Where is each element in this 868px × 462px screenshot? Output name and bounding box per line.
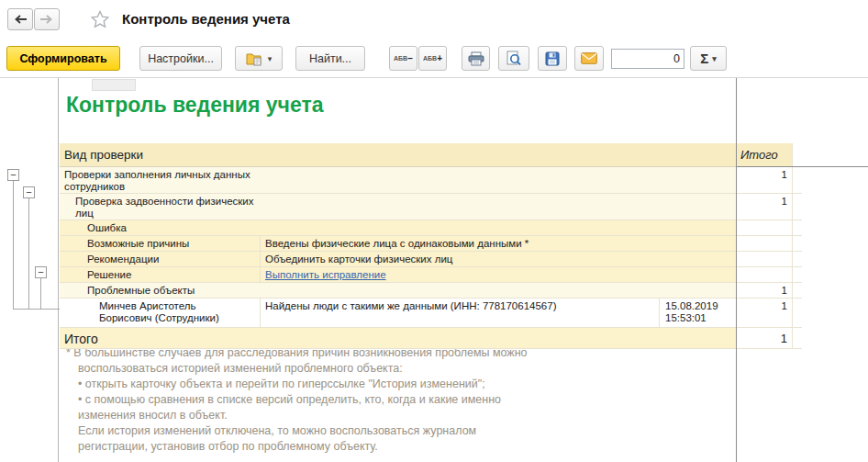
row-label: Решение (60, 267, 260, 283)
report-table-body: Проверки заполнения личных данных сотруд… (60, 167, 802, 328)
page-magnifier-icon (506, 51, 522, 66)
total-ext-cell (793, 328, 802, 349)
row-total: 1 (736, 283, 793, 299)
row-value: Найдены люди с такими же данными (ИНН: 7… (260, 299, 659, 328)
row-label: Проверка задвоенности физических лиц (60, 194, 260, 220)
grouping-margin-separator (58, 78, 59, 462)
back-button[interactable] (7, 8, 33, 30)
favorite-button[interactable] (90, 9, 110, 29)
row-total (736, 236, 793, 252)
footnote-line: регистрации, установив отбор по проблемн… (66, 439, 617, 455)
row-date (659, 167, 736, 194)
row-value (260, 283, 659, 299)
grand-total-row: Итого 1 (60, 328, 802, 349)
counter-input[interactable] (611, 49, 684, 69)
mail-button[interactable] (574, 46, 604, 71)
row-ext-cell (793, 299, 802, 328)
row-label: Проверки заполнения личных данных сотруд… (60, 167, 260, 194)
table-row: Проверка задвоенности физических лиц 1 (60, 194, 802, 220)
row-value: Введены физические лица с одинаковыми да… (260, 236, 659, 252)
row-value (260, 220, 659, 236)
settings-button[interactable]: Настройки... (139, 46, 222, 71)
row-label: Минчев Аристотель Борисович (Сотрудники) (60, 299, 260, 328)
footnote-line: воспользоваться историей изменений пробл… (66, 361, 617, 377)
tree-line (13, 309, 60, 310)
row-value: Выполнить исправление (260, 267, 659, 283)
tree-collapse-button-level1[interactable]: − (7, 169, 19, 181)
row-date (659, 194, 736, 220)
expand-groups-button[interactable]: АБВ+ (418, 46, 447, 71)
tree-line (40, 278, 41, 309)
print-preview-button[interactable] (498, 46, 529, 71)
grand-total-value: 1 (736, 328, 793, 349)
chevron-down-icon: ▾ (712, 54, 717, 63)
footnote-line: • с помощью сравнения в списке версий оп… (66, 392, 617, 408)
printer-icon (468, 51, 484, 66)
footnote-line: • открыть карточку объекта и перейти по … (66, 377, 617, 392)
tree-collapse-button-level3[interactable]: − (35, 266, 47, 278)
row-label: Проблемные объекты (60, 283, 260, 299)
find-button[interactable]: Найти... (295, 46, 365, 71)
row-total (736, 267, 793, 283)
report-variants-button[interactable]: ▾ (235, 46, 283, 71)
footnote-line: изменения вносил в объект. (66, 408, 617, 423)
floppy-disk-icon (545, 51, 560, 66)
column-header-kind: Вид проверки (60, 143, 736, 167)
table-row: Решение Выполнить исправление (60, 267, 802, 283)
footnote-line: Если история изменений отключена, то мож… (66, 423, 617, 439)
row-total: 1 (736, 299, 793, 328)
report-title: Контроль ведения учета (66, 93, 323, 118)
fix-correction-link[interactable]: Выполнить исправление (265, 269, 386, 280)
tree-line (13, 181, 14, 309)
row-total: 1 (736, 194, 793, 220)
report-table: Вид проверки Итого Проверки заполнения л… (60, 143, 802, 349)
grand-total-label: Итого (60, 328, 736, 349)
collapsed-area-marker (92, 79, 136, 91)
row-date (659, 252, 736, 267)
collapse-groups-button[interactable]: АБВ− (389, 46, 417, 71)
row-total (736, 252, 793, 267)
chevron-down-icon: ▾ (268, 54, 273, 63)
envelope-icon (581, 52, 597, 64)
header-ext-cell (793, 143, 802, 167)
row-label: Ошибка (60, 220, 260, 236)
save-button[interactable] (538, 46, 567, 71)
star-icon (90, 9, 110, 29)
generate-button[interactable]: Сформировать (6, 46, 120, 71)
table-row: Проблемные объекты 1 (60, 283, 802, 299)
folder-report-icon (246, 51, 263, 66)
row-ext-cell (793, 267, 802, 283)
row-date: 15.08.2019 15:53:01 (659, 299, 736, 328)
abc-plus-icon: АБВ+ (423, 55, 442, 62)
table-row: Проверки заполнения личных данных сотруд… (60, 167, 802, 194)
frozen-pane-horizontal-line (736, 166, 868, 167)
table-row: Возможные причины Введены физические лиц… (60, 236, 802, 252)
table-row: Ошибка (60, 220, 802, 236)
row-ext-cell (793, 194, 802, 220)
row-label: Рекомендации (60, 252, 260, 267)
column-header-total: Итого (736, 143, 793, 167)
footnote: * В большинстве случаев для расследовани… (66, 345, 617, 455)
row-date (659, 220, 736, 236)
row-total: 1 (736, 167, 793, 194)
row-date (659, 236, 736, 252)
row-ext-cell (793, 283, 802, 299)
row-ext-cell (793, 236, 802, 252)
frozen-pane-vertical-line (736, 78, 737, 462)
print-button[interactable] (462, 46, 490, 71)
page-title: Контроль ведения учета (122, 11, 290, 27)
table-row: Минчев Аристотель Борисович (Сотрудники)… (60, 299, 802, 328)
tree-collapse-button-level2[interactable]: − (23, 186, 35, 198)
arrow-right-icon (39, 14, 54, 25)
row-value: Объединить карточки физических лиц (260, 252, 659, 267)
sum-button[interactable]: Σ ▾ (690, 46, 727, 71)
tree-line (28, 198, 29, 309)
toolbar-separator (0, 77, 868, 78)
abc-minus-icon: АБВ− (394, 55, 413, 62)
table-header-row: Вид проверки Итого (60, 143, 802, 167)
row-value (260, 194, 659, 220)
table-row: Рекомендации Объединить карточки физичес… (60, 252, 802, 267)
forward-button[interactable] (34, 8, 60, 30)
row-ext-cell (793, 252, 802, 267)
row-ext-cell (793, 167, 802, 194)
